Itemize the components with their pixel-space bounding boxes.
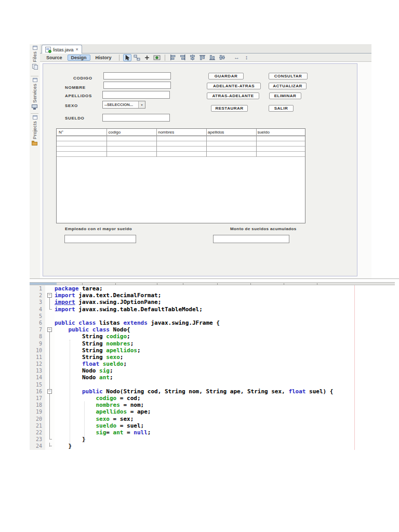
code-line[interactable]: 14 Nodo ant; [30,374,399,381]
code-line[interactable]: 5 [30,313,399,320]
code-text: } [55,443,72,449]
code-line[interactable]: 9 String nombres; [30,340,399,347]
align-left-icon[interactable] [169,54,177,61]
code-text: float sueldo; [55,361,127,367]
sidebar-item-files[interactable]: Files [30,46,40,70]
table-column-header[interactable]: codigo [107,129,156,136]
table-row[interactable] [57,136,305,141]
consultar-button[interactable]: CONSULTAR [269,73,308,79]
monto-sueldos-field[interactable] [213,235,289,243]
center-horizontal-icon[interactable] [189,54,197,61]
code-text: sexo = sex; [55,416,134,422]
empleado-mayor-sueldo-field[interactable] [64,235,136,243]
view-button-design[interactable]: Design [68,55,90,61]
sidebar-item-projects[interactable]: Projects [30,115,40,146]
code-line[interactable]: 24 } [30,443,399,449]
restaurar-button[interactable]: RESTAURAR [211,105,248,112]
code-text: package tarea; [55,285,103,292]
line-number: 22 [30,429,45,436]
line-number: 3 [30,299,45,305]
actualizar-button[interactable]: ACTUALIZAR [269,83,307,89]
code-line[interactable]: 17 codigo = cod; [30,395,399,402]
apellidos-field[interactable] [102,91,170,99]
code-line[interactable]: 3import javax.swing.JOptionPane; [30,299,399,305]
atras-adelante-button[interactable]: ATRAS-ADELANTE [207,92,259,99]
center-vertical-icon[interactable] [218,54,227,61]
table-column-header[interactable]: apellidos [206,129,256,136]
fold-gutter [45,299,55,305]
code-line[interactable]: 8 String codigo; [30,333,399,340]
eliminar-button[interactable]: ELIMINAR [269,92,301,99]
fold-gutter [45,354,55,361]
code-line[interactable]: 7− public class Nodo{ [30,326,399,333]
code-line[interactable]: 6public class listas extends javax.swing… [30,320,399,326]
line-number: 15 [30,381,45,388]
align-top-icon[interactable] [198,54,207,61]
fold-gutter [45,416,55,422]
sueldo-field[interactable] [102,114,170,122]
resize-vertical-icon[interactable]: ↕ [243,54,251,61]
table-row[interactable] [57,152,305,157]
code-line[interactable]: 16− public Nodo(String cod, String nom, … [30,388,399,395]
code-fold-toggle[interactable]: − [47,327,52,332]
code-line[interactable]: 11 String sexo; [30,354,399,361]
code-fold-toggle[interactable]: − [47,389,52,394]
code-line[interactable]: 1package tarea; [30,285,399,292]
design-label-apellidos: APELLIDOS [65,94,92,98]
view-button-history[interactable]: History [92,55,115,61]
right-margin-guide [354,285,355,450]
fold-gutter [45,333,55,340]
table-column-header[interactable]: N° [57,129,107,136]
line-number: 17 [30,395,45,402]
code-line[interactable]: 15 [30,381,399,388]
code-line[interactable]: 4import javax.swing.table.DefaultTableMo… [30,306,399,313]
view-button-source[interactable]: Source [43,55,66,61]
resize-horizontal-icon[interactable]: ↔ [233,54,241,61]
add-icon[interactable] [143,54,151,61]
table-column-header[interactable]: sueldo [255,129,305,136]
table-column-header[interactable]: nombres [156,129,206,136]
fold-gutter [45,436,55,443]
guardar-button[interactable]: GUARDAR [208,73,244,79]
align-right-icon[interactable] [179,54,187,61]
line-number: 8 [30,333,45,340]
design-label-codigo: CODIGO [73,76,92,81]
selection-mode-icon[interactable] [123,54,131,61]
employees-table[interactable]: N°codigonombresapellidossueldo [56,128,305,223]
scrollbar-thumb[interactable] [30,283,57,285]
tab-title: listas.java [53,47,74,52]
code-fold-toggle[interactable]: − [47,293,52,298]
line-number: 4 [30,306,45,313]
sexo-combobox[interactable]: --SELECCION... ▾ [102,101,145,109]
fold-guide [49,361,50,367]
indent-guide [84,402,85,443]
line-number: 1 [30,285,45,292]
code-line[interactable]: 12 float sueldo; [30,361,399,367]
chevron-down-icon[interactable]: ▾ [138,101,145,108]
connection-mode-icon[interactable] [133,54,141,61]
salir-button[interactable]: SALIR [269,105,294,112]
preview-design-icon[interactable] [153,54,161,61]
ruler-tick [217,283,218,285]
adelante-atras-button[interactable]: ADELANTE-ATRAS [207,83,261,89]
nombre-field[interactable] [103,82,171,89]
line-number: 6 [30,320,45,326]
tab-listas-java[interactable]: listas.java × [42,45,82,54]
table-row[interactable] [57,147,305,152]
code-text: String codigo; [55,333,130,340]
ruler-tick [183,283,183,285]
sidebar-item-services[interactable]: Services [30,78,40,110]
codigo-field[interactable] [103,72,171,79]
close-icon[interactable]: × [76,47,78,52]
fold-gutter [45,347,55,354]
code-line[interactable]: 10 String apellidos; [30,347,399,354]
code-line[interactable]: 2−import java.text.DecimalFormat; [30,292,399,299]
align-bottom-icon[interactable] [208,54,217,61]
code-text: sig= ant = null; [55,429,151,436]
line-number: 7 [30,326,45,333]
table-row[interactable] [57,141,305,147]
code-line[interactable]: 13 Nodo sig; [30,367,399,374]
fold-gutter [45,361,55,367]
fold-gutter [45,408,55,415]
designer-bottom-edge [30,278,399,279]
